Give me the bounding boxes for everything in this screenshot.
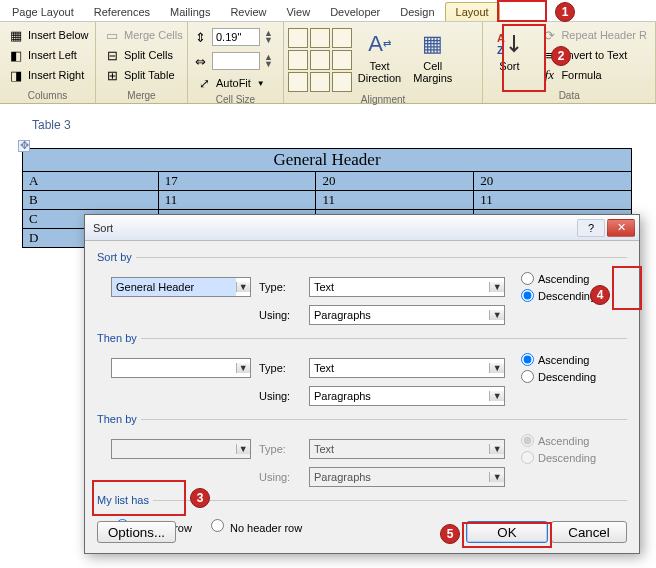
group-alignment-label: Alignment [288,92,479,107]
then-by-type-input[interactable] [310,359,489,377]
then-by-using-combo[interactable]: ▼ [309,386,505,406]
align-bc[interactable] [310,72,330,92]
formula-icon: fx [541,67,557,83]
align-mr[interactable] [332,50,352,70]
tab-layout[interactable]: Layout [445,2,500,21]
align-tr[interactable] [332,28,352,48]
row-height-input[interactable] [212,28,260,46]
cell-margins-button[interactable]: ▦ Cell Margins [407,24,458,92]
tab-design[interactable]: Design [390,3,444,21]
ascending-radio-2[interactable]: Ascending [521,353,596,366]
descending-radio-2[interactable]: Descending [521,370,596,383]
dialog-body: Sort by ▼ Type: ▼ Ascending Descending [85,241,639,542]
split-table-button[interactable]: ⊞ Split Table [100,66,187,84]
chevron-down-icon: ▼ [489,472,504,482]
chevron-down-icon[interactable]: ▼ [236,282,250,292]
sort-by-order-radios: Ascending Descending [521,272,596,302]
close-button[interactable]: ✕ [607,219,635,237]
type-label: Type: [259,443,301,455]
table-header[interactable]: General Header [23,148,632,171]
cell[interactable]: 11 [474,190,632,209]
group-merge: ▭ Merge Cells ⊟ Split Cells ⊞ Split Tabl… [96,22,188,103]
chevron-down-icon[interactable]: ▼ [236,363,250,373]
insert-below-button[interactable]: ▦ Insert Below [4,26,93,44]
text-direction-button[interactable]: A⇄ Text Direction [352,24,407,92]
then-by-legend: Then by [97,332,141,344]
cell[interactable]: 11 [158,190,316,209]
tab-review[interactable]: Review [220,3,276,21]
tab-references[interactable]: References [84,3,160,21]
sort-by-using-input[interactable] [310,306,489,324]
then-by2-using-combo: ▼ [309,467,505,487]
chevron-down-icon[interactable]: ▼ [489,282,504,292]
cell[interactable]: 11 [316,190,474,209]
tab-developer[interactable]: Developer [320,3,390,21]
sort-by-type-combo[interactable]: ▼ [309,277,505,297]
repeat-header-button[interactable]: ⟳ Repeat Header R [537,26,651,44]
table-caption: Table 3 [32,118,656,132]
callout-1: 1 [555,2,575,22]
insert-left-icon: ◧ [8,47,24,63]
spinner-buttons[interactable]: ▲▼ [264,30,273,44]
sort-by-type-input[interactable] [310,278,489,296]
insert-left-button[interactable]: ◧ Insert Left [4,46,93,64]
options-button[interactable]: Options... [97,521,176,543]
alignment-grid[interactable] [288,24,352,92]
ok-button[interactable]: OK [466,521,548,543]
formula-button[interactable]: fx Formula [537,66,651,84]
sort-by-using-combo[interactable]: ▼ [309,305,505,325]
chevron-down-icon[interactable]: ▼ [489,391,504,401]
then-by-field-combo[interactable]: ▼ [111,358,251,378]
sort-by-field-input[interactable] [112,278,236,296]
tab-page-layout[interactable]: Page Layout [2,3,84,21]
dialog-titlebar[interactable]: Sort ? ✕ [85,215,639,241]
ascending-radio[interactable]: Ascending [521,272,596,285]
dialog-title: Sort [93,222,575,234]
merge-cells-button[interactable]: ▭ Merge Cells [100,26,187,44]
insert-right-button[interactable]: ◨ Insert Right [4,66,93,84]
insert-right-icon: ◨ [8,67,24,83]
cell[interactable]: B [23,190,159,209]
merge-cells-icon: ▭ [104,27,120,43]
sort-button[interactable]: AZ Sort [487,24,531,88]
cell[interactable]: 20 [474,171,632,190]
spinner-buttons-2[interactable]: ▲▼ [264,54,273,68]
merge-cells-label: Merge Cells [124,29,183,41]
then-by-type-combo[interactable]: ▼ [309,358,505,378]
col-width-spinner[interactable]: ⇔ ▲▼ [192,52,279,70]
cell[interactable]: A [23,171,159,190]
using-label: Using: [259,390,301,402]
chevron-down-icon[interactable]: ▼ [489,363,504,373]
align-tl[interactable] [288,28,308,48]
cancel-button[interactable]: Cancel [551,521,627,543]
then-by2-legend: Then by [97,413,141,425]
then-by2-field-input [112,440,236,458]
split-cells-button[interactable]: ⊟ Split Cells [100,46,187,64]
convert-label: onvert to Text [561,49,627,61]
sort-by-field-combo[interactable]: ▼ [111,277,251,297]
align-mc[interactable] [310,50,330,70]
tab-view[interactable]: View [276,3,320,21]
align-br[interactable] [332,72,352,92]
autofit-button[interactable]: ⤢ AutoFit ▼ [192,74,279,92]
row-height-icon: ⇕ [192,29,208,45]
align-tc[interactable] [310,28,330,48]
cell[interactable]: 17 [158,171,316,190]
descending-radio-3: Descending [521,451,596,464]
align-bl[interactable] [288,72,308,92]
then-by-using-input[interactable] [310,387,489,405]
descending-radio[interactable]: Descending [521,289,596,302]
using-label: Using: [259,471,301,483]
then-by2-field-combo: ▼ [111,439,251,459]
table-move-handle[interactable]: ✥ [18,140,30,152]
tab-mailings[interactable]: Mailings [160,3,220,21]
then-by-field-input[interactable] [112,359,236,377]
chevron-down-icon[interactable]: ▼ [489,310,504,320]
align-ml[interactable] [288,50,308,70]
row-height-spinner[interactable]: ⇕ ▲▼ [192,28,279,46]
col-width-icon: ⇔ [192,53,208,69]
help-button[interactable]: ? [577,219,605,237]
then-by-section: Then by ▼ Type: ▼ Ascending Descending [97,332,627,409]
col-width-input[interactable] [212,52,260,70]
cell[interactable]: 20 [316,171,474,190]
